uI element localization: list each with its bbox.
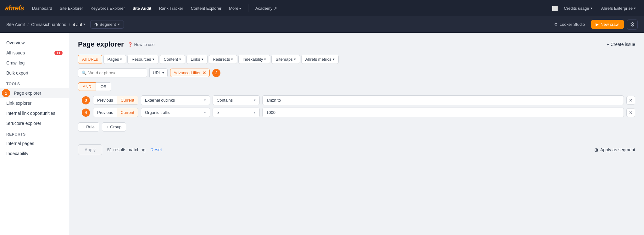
sidebar-label-all-issues: All issues (6, 50, 25, 55)
credits-usage-button[interactable]: Credits usage (561, 4, 595, 12)
step-3-indicator: 3 (82, 96, 90, 104)
sidebar-label-indexability: Indexability (6, 151, 28, 156)
metric-select-2[interactable]: Organic traffic (141, 108, 210, 117)
sidebar-label-overview: Overview (6, 40, 25, 45)
condition-select-1[interactable]: Contains (213, 95, 260, 105)
tab-ahrefs-metrics[interactable]: Ahrefs metrics (301, 55, 339, 64)
tab-all-urls[interactable]: All URLs (78, 55, 102, 64)
sidebar-section-reports: Reports (0, 128, 69, 138)
sidebar-item-overview[interactable]: Overview (0, 38, 69, 48)
monitor-icon[interactable]: ⬜ (552, 5, 558, 11)
step-2-indicator: 2 (212, 69, 220, 77)
advanced-filter-close[interactable]: ✕ (203, 71, 206, 75)
reset-link[interactable]: Reset (150, 147, 162, 152)
tab-content[interactable]: Content (160, 55, 186, 64)
condition-select-2[interactable]: ≥ (213, 108, 260, 117)
sidebar: Overview All issues 11 Crawl log Bulk ex… (0, 33, 69, 235)
nav-site-audit[interactable]: Site Audit (129, 4, 154, 13)
url-dropdown[interactable]: URL (149, 68, 168, 77)
how-to-use-link[interactable]: ❓ How to use (128, 42, 155, 47)
settings-button[interactable]: ⚙ (627, 20, 638, 30)
sidebar-item-indexability[interactable]: Indexability (0, 148, 69, 159)
search-box: 🔍 (78, 68, 147, 77)
value-input-1[interactable] (262, 95, 624, 105)
apply-button[interactable]: Apply (78, 144, 102, 155)
sidebar-item-internal-pages[interactable]: Internal pages (0, 138, 69, 148)
nav-content-explorer[interactable]: Content Explorer (188, 4, 225, 13)
breadcrumb-site-audit[interactable]: Site Audit (6, 22, 25, 27)
and-button[interactable]: AND (78, 82, 96, 91)
segment-button[interactable]: ◑ Segment (90, 20, 124, 29)
breadcrumb-sep-2: / (69, 22, 70, 27)
top-navigation: ahrefs Dashboard Site Explorer Keywords … (0, 0, 644, 16)
remove-row-2-button[interactable]: ✕ (626, 108, 635, 117)
create-issue-button[interactable]: + Create issue (607, 42, 635, 47)
sidebar-label-crawl-log: Crawl log (6, 60, 25, 65)
current-button-2[interactable]: Current (117, 108, 138, 117)
breadcrumb-sep-1: / (27, 22, 29, 27)
current-button-1[interactable]: Current (117, 96, 138, 104)
breadcrumb-site[interactable]: Chinasichuanfood (31, 22, 66, 27)
metric-select-1[interactable]: External outlinks (141, 95, 210, 105)
nav-more[interactable]: More (226, 4, 244, 13)
condition-label-2: ≥ (217, 110, 219, 115)
sidebar-label-internal-pages: Internal pages (6, 141, 34, 146)
nav-dashboard[interactable]: Dashboard (29, 4, 55, 13)
search-input[interactable] (88, 70, 132, 75)
value-input-2[interactable] (262, 108, 624, 117)
add-rule-button[interactable]: + Rule (78, 122, 99, 131)
apply-segment-label: Apply as segment (600, 147, 635, 152)
previous-button-1[interactable]: Previous (93, 96, 117, 104)
sidebar-item-link-explorer[interactable]: Link explorer (0, 98, 69, 108)
enterprise-button[interactable]: Ahrefs Enterprise (598, 4, 639, 12)
or-button[interactable]: OR (96, 82, 111, 91)
filter-tabs: All URLs Pages Resources Content Links R… (78, 55, 635, 64)
page-title: Page explorer (78, 40, 124, 48)
apply-as-segment-button[interactable]: ◑ Apply as segment (594, 147, 635, 153)
tab-sitemaps[interactable]: Sitemaps (271, 55, 300, 64)
tab-links[interactable]: Links (186, 55, 207, 64)
remove-row-1-button[interactable]: ✕ (626, 96, 635, 105)
advanced-filter-tag[interactable]: Advanced filter ✕ (170, 69, 210, 77)
prev-curr-2: Previous Current (93, 108, 138, 117)
breadcrumb-right-area: ⚙ Looker Studio ▶ New crawl ⚙ (551, 20, 638, 30)
sidebar-item-all-issues[interactable]: All issues 11 (0, 48, 69, 58)
breadcrumb-date[interactable]: 4 Jul (73, 22, 85, 27)
segment-label: Segment (100, 22, 116, 27)
sidebar-item-structure-explorer[interactable]: Structure explorer (0, 118, 69, 128)
nav-keywords-explorer[interactable]: Keywords Explorer (87, 4, 128, 13)
page-header: Page explorer ❓ How to use + Create issu… (78, 40, 635, 48)
results-text: 51 results matching (107, 147, 145, 152)
breadcrumb-bar: Site Audit / Chinasichuanfood / 4 Jul ◑ … (0, 16, 644, 33)
ahrefs-logo[interactable]: ahrefs (5, 4, 24, 12)
nav-rank-tracker[interactable]: Rank Tracker (156, 4, 186, 13)
looker-icon: ⚙ (554, 22, 558, 27)
tab-redirects[interactable]: Redirects (209, 55, 237, 64)
url-dropdown-label: URL (153, 70, 161, 75)
previous-button-2[interactable]: Previous (93, 108, 117, 117)
tab-resources[interactable]: Resources (127, 55, 158, 64)
main-layout: Overview All issues 11 Crawl log Bulk ex… (0, 33, 644, 235)
play-icon: ▶ (596, 22, 599, 27)
looker-studio-button[interactable]: ⚙ Looker Studio (551, 20, 588, 28)
sidebar-section-tools: Tools (0, 78, 69, 88)
search-row: 🔍 URL Advanced filter ✕ 2 (78, 68, 635, 77)
sidebar-item-crawl-log[interactable]: Crawl log (0, 58, 69, 68)
add-group-button[interactable]: + Group (102, 122, 126, 131)
step-4-indicator: 4 (82, 109, 90, 117)
filter-row-2: 4 Previous Current Organic traffic ≥ ✕ (93, 108, 635, 117)
tab-pages[interactable]: Pages (103, 55, 126, 64)
tab-indexability[interactable]: Indexability (238, 55, 270, 64)
nav-academy[interactable]: Academy ↗ (252, 4, 280, 13)
pie-icon: ◑ (594, 147, 598, 153)
sidebar-label-link-explorer: Link explorer (6, 101, 31, 106)
sidebar-label-structure-explorer: Structure explorer (6, 121, 41, 126)
sidebar-item-bulk-export[interactable]: Bulk export (0, 68, 69, 78)
new-crawl-button[interactable]: ▶ New crawl (591, 20, 624, 29)
nav-right-area: ⬜ Credits usage Ahrefs Enterprise (552, 4, 639, 12)
nav-site-explorer[interactable]: Site Explorer (57, 4, 86, 13)
add-row: + Rule + Group (78, 122, 635, 131)
sidebar-item-internal-link-opp[interactable]: Internal link opportunities (0, 108, 69, 118)
sidebar-item-page-explorer[interactable]: 1 Page explorer (0, 88, 69, 98)
metric-label-2: Organic traffic (145, 110, 170, 115)
